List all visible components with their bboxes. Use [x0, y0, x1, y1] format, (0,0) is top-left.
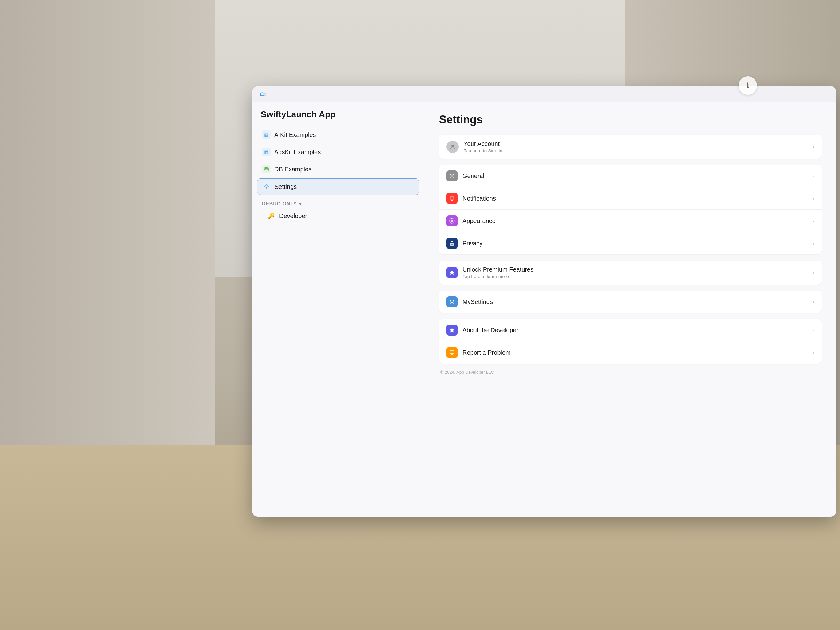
sidebar-item-aikit[interactable]: ▦ AIKit Examples — [257, 127, 419, 143]
svg-point-9 — [452, 353, 452, 354]
info-button[interactable]: ℹ — [739, 76, 757, 95]
appearance-title: Appearance — [463, 217, 807, 225]
developer-label: Developer — [279, 212, 307, 220]
account-chevron-icon: › — [812, 144, 814, 150]
mysettings-chevron-icon: › — [812, 299, 814, 305]
notifications-row-content: Notifications — [463, 195, 807, 202]
developer-icon: 🔑 — [267, 212, 275, 220]
settings-group-account: Your Account Tap here to Sign In › — [439, 135, 821, 159]
settings-panel: Settings Your Account Tap here to Sign I… — [424, 102, 836, 517]
about-developer-icon — [447, 324, 458, 336]
settings-row-your-account[interactable]: Your Account Tap here to Sign In › — [439, 135, 821, 159]
privacy-title: Privacy — [463, 240, 807, 247]
notifications-title: Notifications — [463, 195, 807, 202]
debug-chevron-icon: ▾ — [299, 201, 301, 206]
app-window: 🗂 SwiftyLaunch App ▦ AIKit Examples ▦ Ad… — [252, 86, 836, 517]
notifications-chevron-icon: › — [812, 195, 814, 202]
report-problem-icon — [447, 347, 458, 358]
debug-label: DEBUG ONLY — [262, 201, 297, 207]
about-developer-title: About the Developer — [463, 327, 807, 334]
sidebar-item-adskit[interactable]: ▦ AdsKit Examples — [257, 144, 419, 160]
your-account-title: Your Account — [464, 140, 807, 147]
aikit-icon: ▦ — [262, 130, 271, 139]
svg-point-2 — [452, 144, 454, 147]
report-problem-row-content: Report a Problem — [463, 349, 807, 356]
general-icon — [447, 171, 458, 182]
settings-row-mysettings[interactable]: MySettings › — [439, 291, 821, 313]
svg-point-7 — [451, 301, 453, 303]
dbexamples-label: DB Examples — [274, 166, 311, 173]
settings-row-unlock-premium[interactable]: Unlock Premium Features Tap here to lear… — [439, 261, 821, 285]
appearance-chevron-icon: › — [812, 218, 814, 224]
report-problem-chevron-icon: › — [812, 350, 814, 356]
settings-group-developer: About the Developer › — [439, 319, 821, 364]
appearance-row-content: Appearance — [463, 217, 807, 225]
premium-chevron-icon: › — [812, 269, 814, 276]
about-developer-row-content: About the Developer — [463, 327, 807, 334]
info-icon: ℹ — [747, 82, 749, 90]
footer-text: © 2024, App Developer LLC — [439, 370, 821, 375]
sidebar: SwiftyLaunch App ▦ AIKit Examples ▦ AdsK… — [252, 102, 424, 517]
sidebar-app-title: SwiftyLaunch App — [257, 109, 419, 119]
svg-point-4 — [451, 220, 453, 222]
general-title: General — [463, 173, 807, 180]
mysettings-row-content: MySettings — [463, 298, 807, 306]
svg-point-1 — [266, 186, 267, 188]
settings-label: Settings — [275, 184, 297, 190]
report-problem-title: Report a Problem — [463, 349, 807, 356]
settings-row-privacy[interactable]: Privacy › — [439, 232, 821, 255]
general-chevron-icon: › — [812, 173, 814, 179]
account-row-content: Your Account Tap here to Sign In — [464, 140, 807, 153]
content-area: SwiftyLaunch App ▦ AIKit Examples ▦ AdsK… — [252, 102, 836, 517]
aikit-label: AIKit Examples — [274, 131, 316, 138]
settings-row-appearance[interactable]: Appearance › — [439, 210, 821, 232]
settings-icon — [262, 182, 271, 191]
adskit-icon: ▦ — [262, 148, 271, 156]
sidebar-item-dbexamples[interactable]: DB Examples — [257, 161, 419, 177]
premium-row-content: Unlock Premium Features Tap here to lear… — [463, 266, 807, 279]
settings-group-mysettings: MySettings › — [439, 291, 821, 313]
settings-row-report-problem[interactable]: Report a Problem › — [439, 342, 821, 364]
notifications-icon — [447, 193, 458, 204]
appearance-icon — [447, 215, 458, 226]
account-icon — [447, 141, 459, 153]
debug-section: DEBUG ONLY ▾ 🔑 Developer — [257, 201, 419, 224]
svg-point-6 — [452, 244, 453, 245]
premium-subtitle: Tap here to learn more — [463, 274, 807, 279]
debug-header[interactable]: DEBUG ONLY ▾ — [262, 201, 419, 207]
mysettings-icon — [447, 296, 458, 307]
settings-row-notifications[interactable]: Notifications › — [439, 187, 821, 210]
settings-row-about-developer[interactable]: About the Developer › — [439, 319, 821, 342]
svg-point-0 — [264, 167, 268, 169]
privacy-chevron-icon: › — [812, 240, 814, 247]
premium-title: Unlock Premium Features — [463, 266, 807, 273]
svg-point-3 — [451, 175, 453, 177]
dbexamples-icon — [262, 165, 271, 174]
about-developer-chevron-icon: › — [812, 327, 814, 334]
settings-title: Settings — [439, 113, 821, 126]
your-account-subtitle: Tap here to Sign In — [464, 148, 807, 153]
settings-row-general[interactable]: General › — [439, 165, 821, 187]
sidebar-item-developer[interactable]: 🔑 Developer — [262, 208, 419, 224]
privacy-row-content: Privacy — [463, 240, 807, 247]
settings-group-main: General › Notifications › — [439, 165, 821, 255]
sidebar-item-settings[interactable]: Settings — [257, 179, 419, 195]
titlebar-icon: 🗂 — [259, 90, 266, 98]
premium-icon — [447, 267, 458, 278]
settings-group-premium: Unlock Premium Features Tap here to lear… — [439, 261, 821, 285]
adskit-label: AdsKit Examples — [274, 149, 321, 156]
mysettings-title: MySettings — [463, 298, 807, 306]
general-row-content: General — [463, 173, 807, 180]
privacy-icon — [447, 238, 458, 249]
